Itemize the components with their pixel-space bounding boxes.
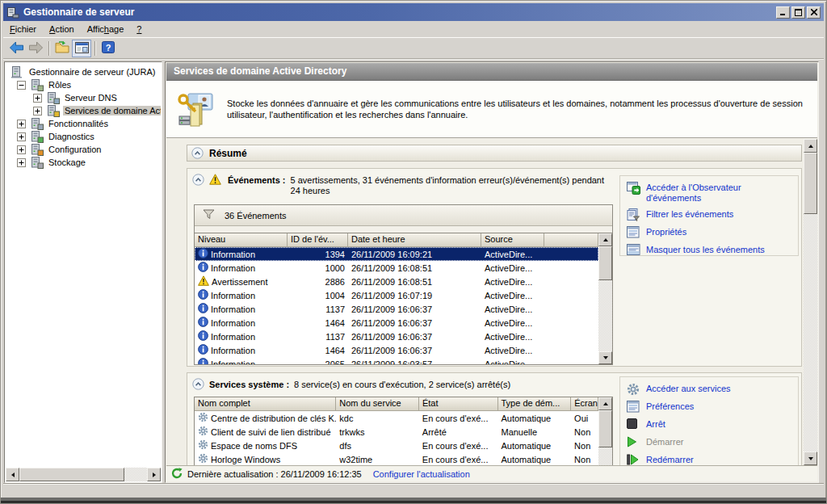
tree-item-gestionnaire-de-serveur-jura-[interactable]: Gestionnaire de serveur (JURA) [6,65,161,78]
minimize-button[interactable] [776,6,790,19]
event-row[interactable]: Information146426/11/2009 16:06:37Active… [195,316,598,330]
event-source-cell: ActiveDire... [481,318,544,328]
event-date-cell: 26/11/2009 16:06:37 [348,346,481,355]
expand-icon[interactable] [17,132,26,141]
service-row[interactable]: Espace de noms DFSdfsEn cours d'exé...Au… [195,439,598,452]
filter-funnel-icon[interactable] [203,209,215,221]
scroll-up-button[interactable] [598,397,612,410]
maximize-button[interactable] [791,6,805,19]
services-gear-icon [627,383,640,396]
service-row[interactable]: Client de suivi de lien distribuétrkwksA… [195,425,598,439]
scroll-thumb[interactable] [598,246,612,280]
properties-icon [627,226,640,239]
events-label: Événements : [228,174,286,185]
console-window-icon [75,42,89,55]
scroll-right-button[interactable] [147,468,161,481]
tree-item-services-de-domaine-active[interactable]: Services de domaine Active [6,104,161,117]
toolbar-export-list-button[interactable] [52,40,72,57]
expand-icon[interactable] [17,145,26,154]
configure-refresh-link[interactable]: Configurer l'actualisation [373,469,470,479]
event-row[interactable]: Information113726/11/2009 16:06:37Active… [195,302,598,316]
event-row[interactable]: Information113726/11/2009 16:06:37Active… [195,330,598,343]
titlebar: Gestionnaire de serveur [3,3,824,21]
services-pr-f-rences-link[interactable]: Préférences [627,401,795,414]
toolbar-back-arrow-button[interactable] [6,40,26,57]
services-column-header[interactable]: Nom du service [336,397,419,411]
summary-section-header[interactable]: Résumé [187,145,802,162]
events-table-scrollbar[interactable] [598,233,612,364]
services-column-header[interactable]: Écran [571,397,598,411]
menu-fichier[interactable]: Fichier [3,23,43,36]
toolbar-forward-arrow-button[interactable] [26,40,45,57]
events-filtrer-les-v-nements-link[interactable]: Filtrer les événements [627,208,795,221]
expand-icon[interactable] [33,107,42,116]
event-row[interactable]: Information146426/11/2009 16:06:37Active… [195,343,598,357]
event-row[interactable]: Information139426/11/2009 16:09:21Active… [195,247,598,261]
tree-horizontal-scrollbar[interactable] [6,468,161,481]
tree-item-r-les[interactable]: Rôles [6,78,161,91]
service-state-cell: En cours d'exé... [419,455,498,464]
services-acc-der-aux-services-link[interactable]: Accéder aux services [627,383,795,396]
tree-item-stockage[interactable]: Stockage [6,156,161,169]
event-row[interactable]: Avertissement288626/11/2009 16:08:51Acti… [195,275,598,288]
services-column-header[interactable]: Nom complet [195,397,336,411]
menu-affichage[interactable]: Affichage [81,23,131,36]
tree-item-configuration[interactable]: Configuration [6,143,161,156]
menu-action[interactable]: Action [43,23,81,36]
server-node-icon [46,92,60,104]
events-acc-der-l-observateur-d-v-nements-link[interactable]: Accéder à l'Observateur d'événements [627,182,795,204]
events-propri-t-s-link[interactable]: Propriétés [627,226,795,239]
event-row[interactable]: Information206526/11/2009 16:03:57Active… [195,357,598,364]
collapse-services-icon[interactable] [192,378,204,390]
toolbar-help-button[interactable]: ? [99,40,118,57]
events-column-header[interactable]: Source [481,233,544,247]
scroll-up-button[interactable] [804,139,817,153]
service-row[interactable]: Horloge Windowsw32timeEn cours d'exé...A… [195,452,598,465]
services-arr-t-link[interactable]: Arrêt [627,418,795,431]
event-row[interactable]: Information100426/11/2009 16:07:19Active… [195,288,598,302]
events-column-header[interactable]: Date et heure [348,233,481,247]
tree-item-diagnostics[interactable]: Diagnostics [6,130,161,143]
collapse-icon[interactable] [17,81,26,90]
main-vertical-scrollbar[interactable] [804,139,817,465]
scroll-down-button[interactable] [804,452,817,465]
tree-item-fonctionnalit-s[interactable]: Fonctionnalités [6,117,161,130]
services-table: Nom completNom du serviceÉtatType de dém… [194,397,613,465]
collapse-summary-icon[interactable] [191,147,204,159]
event-id-cell: 1000 [288,263,348,273]
events-masquer-tous-les-v-nements-link[interactable]: Masquer tous les événements [627,244,795,257]
tree-item-label: Gestionnaire de serveur (JURA) [27,67,157,77]
service-state-cell: En cours d'exé... [419,414,498,423]
services-column-header[interactable]: Type de dém... [498,397,572,411]
services-column-header[interactable]: État [419,397,498,411]
close-button[interactable] [807,6,821,19]
scroll-thumb[interactable] [804,153,817,214]
toolbar-console-window-button[interactable] [72,40,91,57]
gear-icon [198,426,208,438]
warning-icon [209,174,223,187]
services-summary: 8 service(s) en cours d'exécution, 2 ser… [294,378,510,390]
service-row[interactable]: Centre de distribution de clés K...kdcEn… [195,411,598,425]
events-column-header[interactable] [544,233,598,247]
scroll-thumb[interactable] [598,410,612,447]
event-row[interactable]: Information100026/11/2009 16:08:51Active… [195,261,598,275]
tree-item-label: Stockage [47,158,87,167]
events-column-header[interactable]: Niveau [195,233,288,247]
expand-icon[interactable] [33,94,42,103]
services-red-marrer-link[interactable]: Redémarrer [627,454,795,465]
menu-bar: FichierActionAffichage? [3,21,824,38]
scroll-left-button[interactable] [6,468,19,481]
scroll-thumb[interactable] [19,468,124,481]
events-column-header[interactable]: ID de l'év... [288,233,348,247]
menu-?[interactable]: ? [130,23,148,36]
service-name-cell: Horloge Windows [195,453,336,465]
scroll-up-button[interactable] [598,233,612,246]
last-refresh-text: Dernière actualisation : 26/11/2009 16:1… [187,469,362,479]
tree-item-serveur-dns[interactable]: Serveur DNS [6,91,161,104]
collapse-events-icon[interactable] [192,174,204,186]
service-state-cell: En cours d'exé... [419,441,498,451]
expand-icon[interactable] [17,158,26,167]
scroll-down-button[interactable] [598,351,612,364]
expand-icon[interactable] [17,120,26,128]
services-table-scrollbar[interactable] [598,397,612,465]
